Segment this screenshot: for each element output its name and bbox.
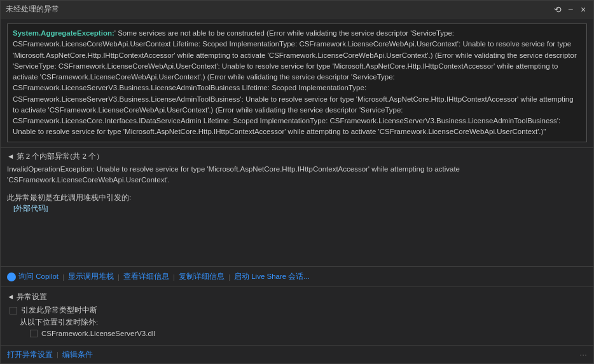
callstack-indent: [外部代码] — [1, 204, 593, 213]
inner-exception-header-text: ◄ 第 2 个内部异常(共 2 个） — [7, 152, 104, 161]
exception-dialog: 未经处理的异常 ⟲ − × System.AggregateException:… — [0, 0, 594, 364]
title-bar: 未经处理的异常 ⟲ − × — [1, 1, 593, 18]
bottom-sep: | — [57, 351, 59, 358]
exception-message: ' Some services are not able to be const… — [13, 29, 577, 135]
open-exception-settings-link[interactable]: 打开异常设置 — [7, 350, 53, 360]
settings-header[interactable]: ◄ 异常设置 — [7, 292, 587, 302]
exception-section: System.AggregateException:' Some service… — [1, 18, 593, 148]
checkbox-row: 引发此异常类型时中断 — [7, 306, 587, 315]
callstack-label: 此异常最初是在此调用堆栈中引发的: — [7, 193, 587, 203]
break-checkbox[interactable] — [10, 307, 17, 314]
view-details-link[interactable]: 查看详细信息 — [123, 272, 169, 281]
inner-exception-message: InvalidOperationException: Unable to res… — [7, 165, 460, 184]
except-label-row: 从以下位置引发时除外: — [7, 318, 587, 327]
exception-type: System.AggregateException: — [13, 29, 114, 37]
settings-section: ◄ 异常设置 引发此异常类型时中断 从以下位置引发时除外: CSFramewor… — [1, 287, 593, 345]
action-bar: 询问 Copilot | 显示调用堆栈 | 查看详细信息 | 复制详细信息 | … — [1, 266, 593, 287]
show-callstack-link[interactable]: 显示调用堆栈 — [68, 272, 114, 281]
bottom-links: 打开异常设置 | 编辑条件 ··· — [1, 345, 593, 363]
inner-exception-header[interactable]: ◄ 第 2 个内部异常(共 2 个） — [1, 148, 593, 163]
sep1: | — [62, 273, 64, 281]
history-button[interactable]: ⟲ — [553, 4, 563, 15]
sep4: | — [228, 273, 230, 281]
dll-checkbox[interactable] — [30, 330, 38, 337]
sep3: | — [173, 273, 175, 281]
sub-item-row: CSFramework.LicenseServerV3.dll — [7, 330, 587, 337]
break-checkbox-label: 引发此异常类型时中断 — [21, 306, 97, 315]
except-label: 从以下位置引发时除外: — [20, 318, 98, 326]
callstack-section: 此异常最初是在此调用堆栈中引发的: — [1, 191, 593, 204]
ask-copilot-link[interactable]: 询问 Copilot — [18, 272, 59, 281]
sep2: | — [118, 273, 120, 281]
bottom-dots: ··· — [579, 349, 587, 360]
main-content: System.AggregateException:' Some service… — [1, 18, 593, 363]
edit-conditions-link[interactable]: 编辑条件 — [62, 350, 93, 360]
copilot-icon — [7, 273, 16, 281]
minimize-button[interactable]: − — [565, 4, 576, 15]
spacer — [1, 213, 593, 266]
exception-box[interactable]: System.AggregateException:' Some service… — [7, 24, 587, 142]
live-share-link[interactable]: 启动 Live Share 会话... — [234, 272, 310, 281]
dll-label: CSFramework.LicenseServerV3.dll — [41, 330, 155, 337]
callstack-item: [外部代码] — [13, 205, 48, 212]
dialog-title: 未经处理的异常 — [6, 4, 59, 15]
settings-header-text: ◄ 异常设置 — [7, 292, 47, 302]
inner-exception-text: InvalidOperationException: Unable to res… — [1, 163, 593, 191]
copy-details-link[interactable]: 复制详细信息 — [179, 272, 224, 281]
title-bar-controls: ⟲ − × — [553, 4, 588, 15]
close-button[interactable]: × — [578, 4, 588, 15]
